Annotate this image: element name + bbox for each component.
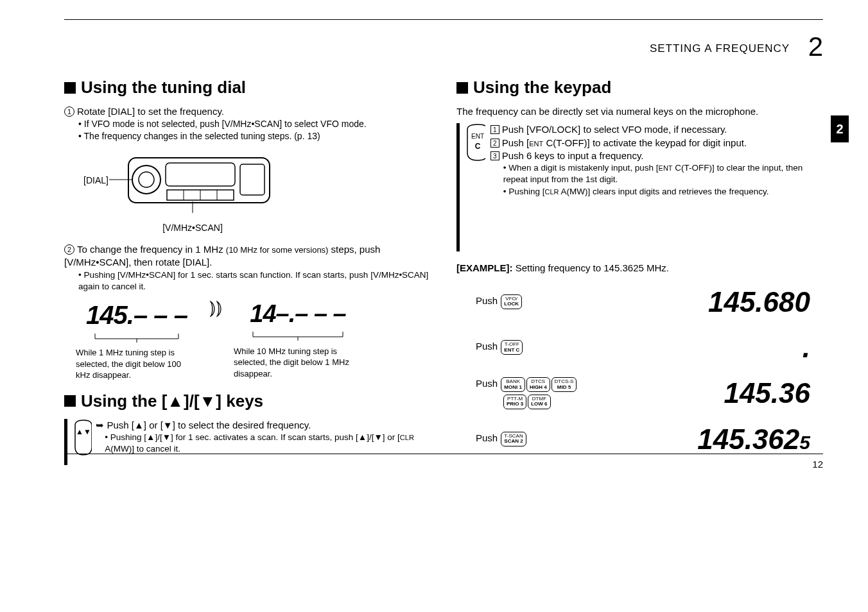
keycap-icon: PTT-MPRIO 3 [503, 395, 526, 409]
boxed-step-3-text: Push 6 keys to input a frequency. [502, 150, 644, 161]
updown-main-text: Push [▲] or [▼] to select the desired fr… [107, 420, 311, 430]
push-label: Push [476, 378, 500, 389]
example-row-left: Push BANKMONI 1DTCSHIGH 4DTCS-SMID 5PTT-… [476, 377, 643, 409]
example-text: Setting frequency to 145.3625 MHz. [513, 262, 669, 273]
example-row: Push VFO/LOCK145.680 [476, 283, 823, 321]
keycap-icon: BANKMONI 1 [501, 377, 525, 392]
svg-text:▲▼: ▲▼ [76, 427, 91, 436]
boxed-step-3: 3Push 6 keys to input a frequency. [490, 149, 823, 162]
step-1-sub-2: • The frequency changes in the selected … [78, 130, 431, 142]
boxed-1-icon: 1 [490, 125, 499, 134]
mic-ent-icon: ENT C [464, 123, 485, 162]
example-heading: [EXAMPLE]: Setting frequency to 145.3625… [456, 262, 823, 275]
circled-1-icon: 1 [64, 106, 74, 117]
updown-sub: • Pushing [▲]/[▼] for 1 sec. activates a… [105, 432, 431, 455]
step-2-text-a: To change the frequency in 1 MHz [77, 244, 226, 255]
step-1-text: Rotate [DIAL] to set the frequency. [77, 106, 224, 117]
square-bullet-icon [456, 82, 468, 94]
svg-rect-3 [166, 163, 235, 186]
segment-display: . [803, 332, 810, 363]
svg-text:ENT: ENT [471, 133, 484, 140]
example-row: Push T-OFFENT C. [476, 328, 823, 366]
vmhz-callout: [V/MHz•SCAN] [90, 222, 295, 234]
radio-illustration [96, 149, 289, 219]
keycap-icon: VFO/LOCK [501, 294, 522, 309]
sidebar-marker [64, 419, 67, 465]
boxed-step-3-sub2: • Pushing [CLR A(MW)] clears input digit… [503, 186, 823, 198]
boxed-2-icon: 2 [490, 139, 499, 148]
keycap-icon: DTCSHIGH 4 [526, 377, 550, 392]
boxed-3-icon: 3 [490, 151, 499, 160]
example-row: Push T-SCANSCAN 2145.3625 [476, 420, 823, 458]
boxed-step-2: 2Push [ENT C(T-OFF)] to activate the key… [490, 137, 823, 149]
svg-point-1 [132, 166, 161, 194]
circled-2-icon: 2 [64, 244, 74, 255]
segment-display-10mhz: 14–.– – – [234, 298, 362, 330]
updown-sub-b: A(MW)] to cancel it. [105, 444, 180, 454]
push-label: Push [476, 341, 500, 352]
step-2-sub: • Pushing [V/MHz•SCAN] for 1 sec. starts… [78, 269, 431, 293]
section-tab: 2 [831, 115, 849, 142]
updown-main: ➥ Push [▲] or [▼] to select the desired … [96, 419, 431, 432]
page-header: SETTING A FREQUENCY 2 [64, 31, 823, 62]
segment-display: 145.36 [724, 377, 810, 409]
step-2-paren: (10 MHz for some versions) [226, 245, 329, 255]
page-number: 12 [812, 459, 823, 470]
segment-display-1mhz: 145.– – – [76, 298, 198, 332]
square-bullet-icon [64, 395, 76, 407]
square-bullet-icon [64, 82, 76, 94]
example-row-display: 145.36 [643, 374, 823, 412]
updown-sub-clr: CLR [400, 434, 414, 441]
heading-text: Using the keypad [473, 76, 611, 99]
push-label: Push [476, 295, 500, 306]
example-row-left: Push VFO/LOCK [476, 294, 643, 309]
keycap-icon: DTMFLOW 6 [528, 395, 550, 409]
segment-display: 145.3625 [697, 423, 810, 455]
dial-callout: [DIAL] [83, 174, 108, 187]
example-row-display: 145.680 [643, 283, 823, 321]
heading-tuning-dial: Using the tuning dial [64, 76, 431, 99]
mic-updown-icon: ▲▼ [71, 419, 92, 457]
caption-10mhz: While 10 MHz tuning step is selected, th… [234, 346, 362, 380]
section-label: SETTING A FREQUENCY [650, 42, 790, 55]
segment-display: 145.680 [708, 286, 810, 318]
step-1-sub-1: • If VFO mode is not selected, push [V/M… [78, 118, 431, 130]
keycap-icon: T-OFFENT C [501, 340, 523, 355]
heading-text: Using the tuning dial [81, 76, 246, 99]
chapter-number: 2 [808, 31, 823, 62]
heading-keypad: Using the keypad [456, 76, 823, 99]
bracket-icon [89, 332, 185, 344]
keycap-icon: T-SCANSCAN 2 [501, 432, 526, 446]
heading-text: Using the [▲]/[▼] keys [81, 390, 263, 412]
heading-updown-keys: Using the [▲]/[▼] keys [64, 390, 431, 412]
step-1: 1Rotate [DIAL] to set the frequency. [64, 105, 431, 118]
wavy-separator-icon: ⦆⦆ [209, 298, 222, 317]
push-label: Push [476, 432, 500, 443]
example-label: [EXAMPLE]: [456, 262, 513, 273]
example-row-left: Push T-OFFENT C [476, 340, 643, 355]
svg-rect-4 [240, 164, 265, 195]
keypad-intro: The frequency can be directly set via nu… [456, 105, 823, 118]
sidebar-marker [456, 123, 460, 251]
example-row-left: Push T-SCANSCAN 2 [476, 432, 643, 446]
example-row-display: . [643, 328, 823, 366]
boxed-step-3-sub1: • When a digit is mistakenly input, push… [503, 162, 823, 185]
updown-sub-a: • Pushing [▲]/[▼] for 1 sec. activates a… [105, 432, 400, 442]
example-row: Push BANKMONI 1DTCSHIGH 4DTCS-SMID 5PTT-… [476, 374, 823, 412]
boxed-step-1: 1Push [VFO/LOCK] to select VFO mode, if … [490, 123, 823, 136]
svg-point-2 [139, 172, 154, 187]
svg-text:C: C [474, 142, 480, 151]
step-2: 2To change the frequency in 1 MHz (10 MH… [64, 243, 431, 269]
bracket-icon [247, 330, 349, 342]
keycap-icon: DTCS-SMID 5 [551, 377, 577, 392]
example-row-display: 145.3625 [643, 420, 823, 458]
boxed-step-1-text: Push [VFO/LOCK] to select VFO mode, if n… [502, 124, 727, 135]
caption-1mhz: While 1 MHz tuning step is selected, the… [76, 347, 198, 381]
